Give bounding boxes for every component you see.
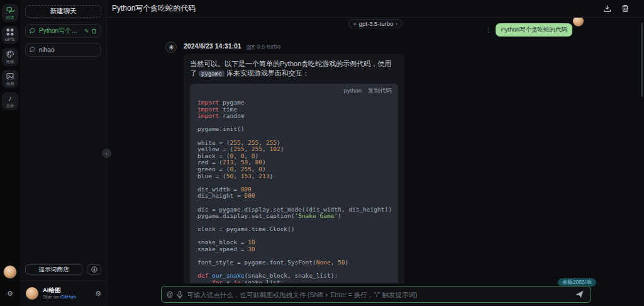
chat-title: Python写个贪吃蛇...: [39, 26, 81, 35]
app-avatar: [26, 287, 38, 300]
message-input-box: @: [161, 286, 591, 303]
palette-icon: [6, 50, 14, 59]
main-header: Python写个贪吃蛇的代码: [107, 0, 644, 18]
chat-title: nihao: [39, 47, 97, 54]
input-bar: @: [107, 283, 644, 306]
model-icon: «: [353, 21, 357, 27]
model-selector[interactable]: « gpt-3.5-turbo ›: [348, 19, 402, 28]
mention-at-icon[interactable]: @: [167, 291, 173, 298]
app-window: 对话 GPTs 绘画: [0, 0, 644, 306]
gpts-grid-icon: [6, 28, 14, 37]
nav-item-label: GPTs: [5, 37, 14, 42]
nav-item-chat[interactable]: 对话: [2, 4, 18, 22]
export-download-icon[interactable]: [603, 4, 611, 13]
nav-item-label: 音乐: [6, 103, 14, 108]
settings-gear-icon[interactable]: ⚙: [0, 290, 20, 298]
send-button[interactable]: [572, 288, 587, 301]
chat-scrollbar-thumb[interactable]: [641, 23, 643, 97]
new-chat-label: 新建聊天: [50, 7, 77, 16]
chat-sidebar: 新建聊天 Python写个贪吃蛇... ✎: [20, 0, 107, 306]
code-language-label: python: [343, 87, 362, 95]
chat-icon: [6, 6, 14, 14]
circle-download-icon: [91, 266, 97, 273]
message-input[interactable]: [187, 291, 568, 298]
nav-item-gallery[interactable]: 画廊: [2, 70, 18, 88]
openai-logo-icon: ✳: [168, 43, 174, 52]
inline-code: pygame: [199, 71, 225, 77]
assistant-text: 当然可以。以下是一个简单的Python贪吃蛇游戏的示例代码，使用了 pygame…: [190, 59, 398, 79]
prompt-store-label: 提示词商店: [39, 266, 69, 274]
sidebar-collapse-button[interactable]: ‹: [102, 149, 111, 158]
message-timestamp: 2024/6/23 14:31:01: [184, 42, 242, 50]
sidebar-divider: [20, 280, 106, 281]
model-name: gpt-3.5-turbo: [359, 20, 393, 27]
nav-item-gpts[interactable]: GPTs: [2, 26, 18, 44]
intro-text-after: 库来实现游戏界面和交互：: [225, 69, 309, 77]
chat-bubble-icon: [30, 47, 36, 53]
chat-history-item[interactable]: Python写个贪吃蛇... ✎: [25, 24, 101, 38]
delete-chat-icon[interactable]: [91, 28, 97, 34]
app-name: AI绘图: [43, 286, 91, 293]
nav-item-label: 绘画: [6, 59, 14, 64]
delete-conversation-icon[interactable]: [621, 4, 629, 13]
user-message-bubble: Python写个贪吃蛇的代码: [496, 23, 572, 37]
assistant-message-bubble: 当然可以。以下是一个简单的Python贪吃蛇游戏的示例代码，使用了 pygame…: [184, 54, 404, 283]
gallery-icon: [6, 72, 14, 81]
nav-item-label: 对话: [6, 15, 14, 20]
copy-code-button[interactable]: 复制代码: [368, 87, 392, 95]
prompt-store-button[interactable]: 提示词商店: [25, 264, 82, 275]
github-link[interactable]: GitHub: [60, 294, 76, 300]
assistant-avatar: ✳: [165, 42, 177, 53]
app-subtitle: Star on GitHub: [43, 293, 91, 300]
nav-item-label: 画廊: [6, 81, 14, 86]
message-model: gpt-3.5-turbo: [247, 42, 280, 51]
nav-rail: 对话 GPTs 绘画: [0, 0, 20, 306]
chat-bubble-icon: [30, 28, 36, 34]
main-area: ‹ Python写个贪吃蛇的代码 « gpt-3.5-turbo: [107, 0, 644, 306]
music-icon: ♪: [6, 94, 14, 103]
user-message-avatar: [573, 18, 584, 26]
chevron-left-icon: ‹: [106, 150, 108, 157]
chevron-right-icon: ›: [396, 21, 397, 27]
footer-gear-icon[interactable]: ⚙: [95, 290, 101, 298]
nav-item-music[interactable]: ♪ 音乐: [2, 92, 18, 110]
new-chat-button[interactable]: 新建聊天: [25, 5, 101, 18]
message-menu-icon[interactable]: ⋮: [485, 26, 491, 33]
page-title: Python写个贪吃蛇的代码: [112, 3, 603, 14]
star-on-text: Star on: [43, 294, 60, 300]
code-content: import pygameimport timeimport random py…: [190, 96, 398, 283]
user-avatar[interactable]: [3, 265, 17, 279]
nav-item-draw[interactable]: 绘画: [2, 48, 18, 66]
microphone-icon[interactable]: [177, 291, 183, 298]
edit-chat-icon[interactable]: ✎: [84, 28, 89, 34]
prompt-store-download-button[interactable]: [87, 264, 101, 275]
chat-history-item[interactable]: nihao: [25, 43, 101, 57]
code-block: python 复制代码 import pygameimport timeimpo…: [190, 84, 398, 283]
chat-messages[interactable]: « gpt-3.5-turbo › ⋮ Python写个贪吃蛇的代码 ✳ 202…: [107, 18, 644, 283]
